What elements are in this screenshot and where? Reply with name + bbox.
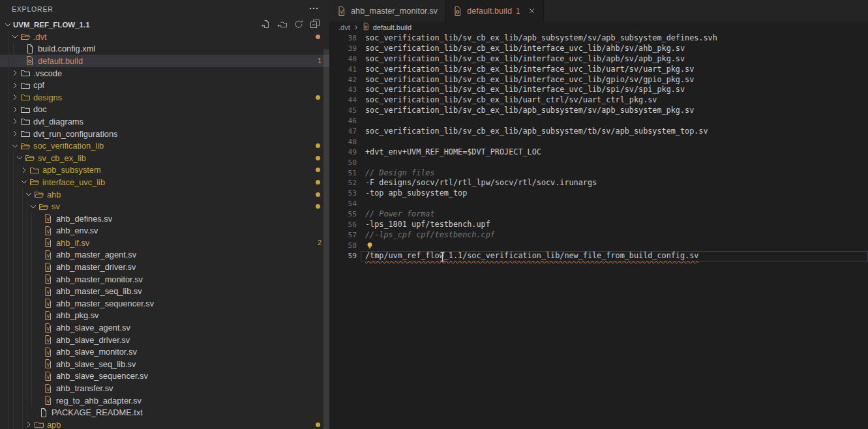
line-content[interactable]: soc_verification_lib/sv_cb_ex_lib/interf… (361, 54, 868, 65)
line-content[interactable]: -F designs/socv/rtl/rtl_lpw/socv/rtl/soc… (361, 178, 868, 188)
code-line-58[interactable]: 58 (329, 241, 868, 251)
tree-item-ahb-env-sv[interactable]: vahb_env.sv (0, 225, 329, 237)
code-line-48[interactable]: 48 (329, 137, 868, 147)
tree-item-dvt-run-configurations[interactable]: dvt_run_configurations (0, 128, 329, 140)
line-content[interactable]: soc_verification_lib/sv_cb_ex_lib/apb_su… (361, 106, 868, 116)
tree-item-ahb-if-sv[interactable]: vahb_if.sv2 (0, 237, 329, 249)
tree-item-ahb-master-agent-sv[interactable]: vahb_master_agent.sv (0, 249, 329, 261)
code-line-51[interactable]: 51// Design files (329, 168, 868, 179)
code-line-41[interactable]: 41soc_verification_lib/sv_cb_ex_lib/inte… (329, 65, 868, 75)
tree-item-ahb-pkg-sv[interactable]: vahb_pkg.sv (0, 310, 329, 322)
lightbulb-icon[interactable] (365, 241, 374, 250)
indent-guide (28, 213, 33, 225)
code-line-47[interactable]: 47soc_verification_lib/sv_cb_ex_lib/apb_… (329, 126, 868, 137)
tree-item-dvt-diagrams[interactable]: dvt_diagrams (0, 115, 329, 128)
indent-guide (10, 285, 14, 297)
code-line-49[interactable]: 49+dvt_env+UVM_REF_HOME=$DVT_PROJECT_LOC (329, 147, 868, 158)
code-line-43[interactable]: 43soc_verification_lib/sv_cb_ex_lib/inte… (329, 85, 868, 95)
tree-item-cpf[interactable]: cpf (0, 79, 329, 91)
tree-item-apb[interactable]: apb (0, 419, 329, 429)
code-editor[interactable]: 38soc_verification_lib/sv_cb_ex_lib/apb_… (329, 33, 868, 429)
code-line-54[interactable]: 54 (329, 199, 868, 209)
line-content[interactable]: /tmp/uvm_ref_flow_1.1/soc_verification_l… (361, 251, 868, 261)
tree-item-sv-cb-ex-lib[interactable]: sv_cb_ex_lib (0, 152, 329, 164)
tree-item-ahb-master-monitor-sv[interactable]: vahb_master_monitor.sv (0, 273, 329, 286)
tree-item-ahb[interactable]: ahb (0, 188, 329, 201)
line-content[interactable]: // Design files (361, 168, 868, 179)
tree-item-reg-to-ahb-adapter-sv[interactable]: vreg_to_ahb_adapter.sv (0, 394, 329, 407)
code-line-55[interactable]: 55// Power format (329, 209, 868, 220)
line-content[interactable]: soc_verification_lib/sv_cb_ex_lib/interf… (361, 75, 868, 85)
tree-item-ahb-slave-sequencer-sv[interactable]: vahb_slave_sequencer.sv (0, 370, 329, 383)
folder-icon (34, 189, 44, 200)
line-content[interactable]: -lps_1801 upf/testbench.upf (361, 220, 868, 230)
breadcrumb-item-file[interactable]: default.build (362, 22, 412, 32)
code-line-57[interactable]: 57//-lps_cpf cpf/testbench.cpf (329, 230, 868, 241)
refresh-button[interactable] (292, 18, 305, 31)
line-content[interactable]: soc_verification_lib/sv_cb_ex_lib/uart_c… (361, 95, 868, 106)
tree-item-ahb-slave-monitor-sv[interactable]: vahb_slave_monitor.sv (0, 346, 329, 358)
tab-ahb-master-monitor-sv[interactable]: vahb_master_monitor.sv (329, 0, 445, 22)
indent-guide (14, 297, 19, 310)
tree-item-ahb-slave-seq-lib-sv[interactable]: vahb_slave_seq_lib.sv (0, 358, 329, 370)
line-content[interactable]: soc_verification_lib/sv_cb_ex_lib/interf… (361, 85, 868, 95)
code-line-52[interactable]: 52-F designs/socv/rtl/rtl_lpw/socv/rtl/s… (329, 178, 868, 188)
tree-item-designs[interactable]: designs (0, 91, 329, 104)
tree-item-ahb-slave-driver-sv[interactable]: vahb_slave_driver.sv (0, 334, 329, 346)
line-content[interactable] (361, 199, 868, 209)
line-content[interactable]: // Power format (361, 209, 868, 220)
code-line-39[interactable]: 39soc_verification_lib/sv_cb_ex_lib/inte… (329, 44, 868, 54)
tab-default-build[interactable]: default.build1 (445, 0, 544, 22)
line-content[interactable]: //-lps_cpf cpf/testbench.cpf (361, 230, 868, 241)
tree-item-ahb-master-seq-lib-sv[interactable]: vahb_master_seq_lib.sv (0, 285, 329, 297)
tree-item-label: ahb_master_seq_lib.sv (56, 286, 142, 296)
tree-item-ahb-slave-agent-sv[interactable]: vahb_slave_agent.sv (0, 321, 329, 334)
indent-guide (10, 176, 14, 188)
code-line-46[interactable]: 46 (329, 116, 868, 126)
line-content[interactable] (361, 137, 868, 147)
new-folder-button[interactable] (276, 18, 289, 31)
code-line-44[interactable]: 44soc_verification_lib/sv_cb_ex_lib/uart… (329, 95, 868, 106)
tree-item-interface-uvc-lib[interactable]: interface_uvc_lib (0, 176, 329, 188)
line-content[interactable]: +dvt_env+UVM_REF_HOME=$DVT_PROJECT_LOC (361, 147, 868, 158)
tree-item-sv[interactable]: sv (0, 200, 329, 213)
new-file-button[interactable] (260, 18, 273, 31)
code-line-53[interactable]: 53-top apb_subsystem_top (329, 188, 868, 199)
line-content[interactable]: soc_verification_lib/sv_cb_ex_lib/apb_su… (361, 33, 868, 44)
more-actions-button[interactable] (307, 3, 320, 16)
explorer-section-header[interactable]: UVM_REF_FLOW_1.1 (0, 18, 329, 31)
tree-item-soc-verification-lib[interactable]: soc_verification_lib (0, 140, 329, 152)
collapse-all-button[interactable] (308, 18, 322, 31)
tree-item--vscode[interactable]: .vscode (0, 67, 329, 80)
tree-item-apb-subsystem[interactable]: apb_subsystem (0, 164, 329, 177)
close-icon[interactable] (528, 7, 536, 15)
line-content[interactable] (361, 241, 868, 251)
line-content[interactable]: soc_verification_lib/sv_cb_ex_lib/interf… (361, 65, 868, 75)
code-line-50[interactable]: 50 (329, 158, 868, 168)
tree-item-package-readme-txt[interactable]: PACKAGE_README.txt (0, 406, 329, 419)
code-line-56[interactable]: 56-lps_1801 upf/testbench.upf (329, 220, 868, 230)
code-line-42[interactable]: 42soc_verification_lib/sv_cb_ex_lib/inte… (329, 75, 868, 85)
tree-item-ahb-master-sequencer-sv[interactable]: vahb_master_sequencer.sv (0, 297, 329, 310)
breadcrumb-item-folder[interactable]: .dvt (338, 23, 350, 31)
code-line-45[interactable]: 45soc_verification_lib/sv_cb_ex_lib/apb_… (329, 106, 868, 116)
tree-item-ahb-transfer-sv[interactable]: vahb_transfer.sv (0, 382, 329, 394)
tree-item--dvt[interactable]: .dvt (0, 31, 329, 43)
code-line-59[interactable]: 59/tmp/uvm_ref_flow_1.1/soc_verification… (329, 251, 868, 261)
line-content[interactable]: -top apb_subsystem_top (361, 188, 868, 199)
sidebar-scrollbar[interactable] (323, 50, 329, 429)
tree-item-ahb-master-driver-sv[interactable]: vahb_master_driver.sv (0, 261, 329, 273)
code-line-40[interactable]: 40soc_verification_lib/sv_cb_ex_lib/inte… (329, 54, 868, 65)
line-content[interactable] (361, 158, 868, 168)
line-content[interactable] (361, 116, 868, 126)
tree-item-doc[interactable]: doc (0, 104, 329, 116)
line-content[interactable]: soc_verification_lib/sv_cb_ex_lib/apb_su… (361, 126, 868, 137)
line-number: 47 (329, 126, 357, 137)
code-line-38[interactable]: 38soc_verification_lib/sv_cb_ex_lib/apb_… (329, 33, 868, 44)
tree-item-label: ahb_master_sequencer.sv (56, 299, 154, 308)
chevron-spacer (33, 237, 43, 248)
tree-item-ahb-defines-sv[interactable]: vahb_defines.sv (0, 213, 329, 225)
line-content[interactable]: soc_verification_lib/sv_cb_ex_lib/interf… (361, 44, 868, 54)
tree-item-default-build[interactable]: default.build1 (0, 55, 329, 67)
tree-item-build-config-xml[interactable]: build.config.xml (0, 43, 329, 55)
